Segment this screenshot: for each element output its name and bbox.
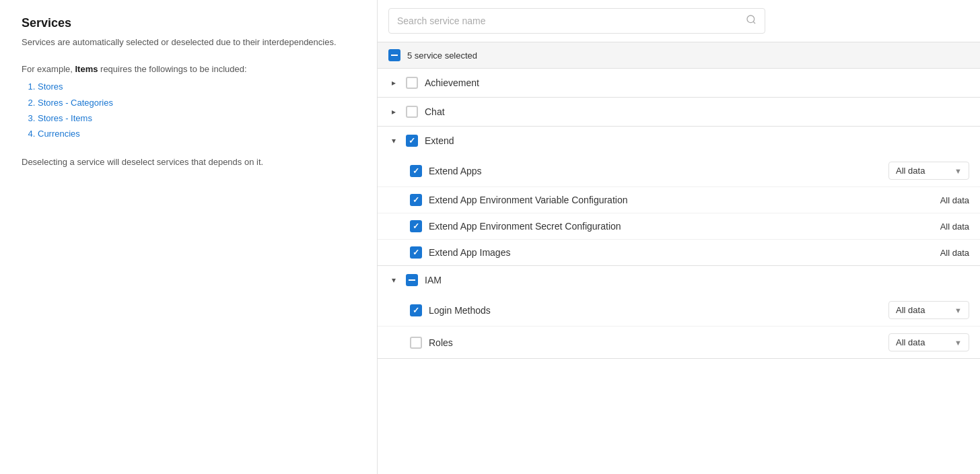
- chat-label: Chat: [425, 106, 445, 117]
- list-item: Extend App Images All data: [378, 240, 980, 265]
- extend-images-label: Extend App Images: [429, 247, 934, 258]
- iam-header[interactable]: ▾ IAM: [378, 266, 980, 294]
- services-header: 5 service selected: [378, 42, 980, 69]
- iam-children: Login Methods All data ▼ Roles All data …: [378, 294, 980, 358]
- achievement-chevron[interactable]: ▸: [388, 78, 399, 88]
- extend-checkbox[interactable]: [406, 135, 418, 147]
- achievement-checkbox[interactable]: [406, 77, 418, 89]
- iam-checkbox[interactable]: [406, 274, 418, 286]
- roles-label: Roles: [429, 337, 882, 348]
- iam-label: IAM: [425, 275, 442, 285]
- login-methods-checkbox[interactable]: [410, 304, 422, 316]
- roles-dropdown[interactable]: All data ▼: [888, 333, 969, 351]
- requirements-list: Stores Stores - Categories Stores - Item…: [38, 79, 355, 142]
- extend-env-secret-checkbox[interactable]: [410, 220, 422, 232]
- example-intro: For example, Items requires the followin…: [22, 63, 355, 77]
- chat-header[interactable]: ▸ Chat: [378, 98, 980, 126]
- example-intro-text: For example,: [22, 64, 75, 74]
- chat-checkbox[interactable]: [406, 106, 418, 118]
- login-methods-data-option: All data: [896, 305, 949, 315]
- list-item: Extend Apps All data ▼: [378, 155, 980, 187]
- achievement-header[interactable]: ▸ Achievement: [378, 69, 980, 97]
- login-methods-dropdown-chevron: ▼: [954, 306, 962, 314]
- extend-images-data: All data: [940, 248, 969, 258]
- svg-point-0: [747, 15, 755, 23]
- list-item: Extend App Environment Secret Configurat…: [378, 213, 980, 240]
- extend-chevron[interactable]: ▾: [388, 136, 399, 145]
- svg-line-1: [753, 22, 755, 24]
- service-group-extend: ▾ Extend Extend Apps All data ▼ Exte: [378, 127, 980, 266]
- list-item: Login Methods All data ▼: [378, 294, 980, 327]
- panel-title: Services: [22, 16, 355, 30]
- right-panel: 5 service selected ▸ Achievement ▸ Chat …: [377, 0, 980, 474]
- extend-env-var-data: All data: [940, 195, 969, 205]
- selected-count: 5 service selected: [407, 50, 477, 61]
- login-methods-dropdown[interactable]: All data ▼: [888, 301, 969, 319]
- service-group-iam: ▾ IAM Login Methods All data ▼ Roles: [378, 266, 980, 359]
- extend-images-checkbox[interactable]: [410, 246, 422, 259]
- extend-apps-data-option: All data: [896, 166, 949, 176]
- extend-header[interactable]: ▾ Extend: [378, 127, 980, 155]
- search-icon: [746, 14, 757, 28]
- requirement-1: Stores: [38, 79, 355, 94]
- services-list: 5 service selected ▸ Achievement ▸ Chat …: [378, 42, 980, 474]
- extend-apps-dropdown-chevron: ▼: [954, 167, 962, 175]
- extend-env-var-label: Extend App Environment Variable Configur…: [429, 195, 934, 205]
- extend-env-secret-data: All data: [940, 222, 969, 232]
- chat-chevron[interactable]: ▸: [388, 107, 399, 116]
- service-group-chat: ▸ Chat: [378, 98, 980, 127]
- extend-children: Extend Apps All data ▼ Extend App Enviro…: [378, 155, 980, 265]
- example-suffix: requires the followings to be included:: [98, 64, 246, 74]
- list-item: Extend App Environment Variable Configur…: [378, 187, 980, 213]
- roles-dropdown-chevron: ▼: [954, 339, 962, 347]
- extend-apps-checkbox[interactable]: [410, 165, 422, 177]
- search-bar: [378, 0, 980, 42]
- search-input-wrapper[interactable]: [388, 8, 765, 34]
- roles-checkbox[interactable]: [410, 337, 422, 349]
- achievement-label: Achievement: [425, 77, 479, 88]
- extend-apps-dropdown[interactable]: All data ▼: [888, 162, 969, 180]
- extend-env-var-checkbox[interactable]: [410, 194, 422, 206]
- requirement-3: Stores - Items: [38, 110, 355, 126]
- requirement-4: Currencies: [38, 126, 355, 141]
- deselect-note: Deselecting a service will deselect serv…: [22, 156, 355, 169]
- extend-apps-label: Extend Apps: [429, 166, 882, 176]
- requirement-2: Stores - Categories: [38, 95, 355, 110]
- iam-chevron[interactable]: ▾: [388, 275, 399, 285]
- extend-label: Extend: [425, 135, 454, 146]
- service-group-achievement: ▸ Achievement: [378, 69, 980, 98]
- roles-data-option: All data: [896, 337, 949, 347]
- example-bold: Items: [75, 64, 98, 74]
- header-checkbox[interactable]: [388, 49, 400, 61]
- panel-subtitle: Services are automatically selected or d…: [22, 36, 355, 49]
- login-methods-label: Login Methods: [429, 305, 882, 316]
- search-field[interactable]: [397, 15, 740, 26]
- list-item: Roles All data ▼: [378, 327, 980, 358]
- extend-env-secret-label: Extend App Environment Secret Configurat…: [429, 221, 934, 232]
- left-panel: Services Services are automatically sele…: [0, 0, 377, 474]
